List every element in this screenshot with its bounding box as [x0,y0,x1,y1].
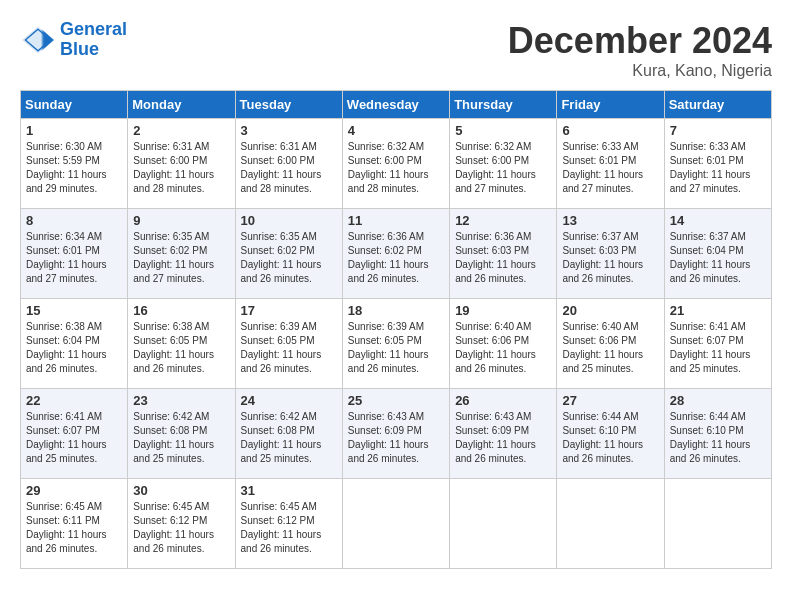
day-info: Sunrise: 6:45 AMSunset: 6:11 PMDaylight:… [26,500,122,556]
calendar-cell: 21Sunrise: 6:41 AMSunset: 6:07 PMDayligh… [664,299,771,389]
calendar-cell: 15Sunrise: 6:38 AMSunset: 6:04 PMDayligh… [21,299,128,389]
logo-line1: General [60,19,127,39]
header-wednesday: Wednesday [342,91,449,119]
calendar-cell [664,479,771,569]
calendar-cell: 6Sunrise: 6:33 AMSunset: 6:01 PMDaylight… [557,119,664,209]
day-info: Sunrise: 6:41 AMSunset: 6:07 PMDaylight:… [26,410,122,466]
day-info: Sunrise: 6:45 AMSunset: 6:12 PMDaylight:… [133,500,229,556]
logo-line2: Blue [60,39,99,59]
week-row-5: 29Sunrise: 6:45 AMSunset: 6:11 PMDayligh… [21,479,772,569]
day-info: Sunrise: 6:43 AMSunset: 6:09 PMDaylight:… [455,410,551,466]
day-info: Sunrise: 6:30 AMSunset: 5:59 PMDaylight:… [26,140,122,196]
day-number: 2 [133,123,229,138]
header-monday: Monday [128,91,235,119]
day-number: 30 [133,483,229,498]
day-number: 29 [26,483,122,498]
day-info: Sunrise: 6:41 AMSunset: 6:07 PMDaylight:… [670,320,766,376]
logo-text: General Blue [60,20,127,60]
week-row-1: 1Sunrise: 6:30 AMSunset: 5:59 PMDaylight… [21,119,772,209]
day-info: Sunrise: 6:36 AMSunset: 6:02 PMDaylight:… [348,230,444,286]
calendar-cell: 22Sunrise: 6:41 AMSunset: 6:07 PMDayligh… [21,389,128,479]
calendar-cell: 10Sunrise: 6:35 AMSunset: 6:02 PMDayligh… [235,209,342,299]
day-number: 16 [133,303,229,318]
day-number: 24 [241,393,337,408]
day-info: Sunrise: 6:42 AMSunset: 6:08 PMDaylight:… [133,410,229,466]
day-number: 11 [348,213,444,228]
calendar-header-row: SundayMondayTuesdayWednesdayThursdayFrid… [21,91,772,119]
day-info: Sunrise: 6:39 AMSunset: 6:05 PMDaylight:… [348,320,444,376]
day-info: Sunrise: 6:37 AMSunset: 6:03 PMDaylight:… [562,230,658,286]
calendar-cell: 26Sunrise: 6:43 AMSunset: 6:09 PMDayligh… [450,389,557,479]
calendar-cell: 23Sunrise: 6:42 AMSunset: 6:08 PMDayligh… [128,389,235,479]
calendar-cell: 14Sunrise: 6:37 AMSunset: 6:04 PMDayligh… [664,209,771,299]
calendar-cell: 20Sunrise: 6:40 AMSunset: 6:06 PMDayligh… [557,299,664,389]
calendar-cell [557,479,664,569]
calendar-cell: 16Sunrise: 6:38 AMSunset: 6:05 PMDayligh… [128,299,235,389]
day-number: 9 [133,213,229,228]
day-number: 1 [26,123,122,138]
calendar-cell: 11Sunrise: 6:36 AMSunset: 6:02 PMDayligh… [342,209,449,299]
calendar-cell: 12Sunrise: 6:36 AMSunset: 6:03 PMDayligh… [450,209,557,299]
calendar-cell: 8Sunrise: 6:34 AMSunset: 6:01 PMDaylight… [21,209,128,299]
calendar-title: December 2024 [508,20,772,62]
calendar-cell: 19Sunrise: 6:40 AMSunset: 6:06 PMDayligh… [450,299,557,389]
day-info: Sunrise: 6:34 AMSunset: 6:01 PMDaylight:… [26,230,122,286]
day-info: Sunrise: 6:35 AMSunset: 6:02 PMDaylight:… [133,230,229,286]
calendar-subtitle: Kura, Kano, Nigeria [508,62,772,80]
week-row-4: 22Sunrise: 6:41 AMSunset: 6:07 PMDayligh… [21,389,772,479]
day-info: Sunrise: 6:38 AMSunset: 6:04 PMDaylight:… [26,320,122,376]
calendar-cell: 9Sunrise: 6:35 AMSunset: 6:02 PMDaylight… [128,209,235,299]
calendar-cell: 1Sunrise: 6:30 AMSunset: 5:59 PMDaylight… [21,119,128,209]
calendar-cell: 31Sunrise: 6:45 AMSunset: 6:12 PMDayligh… [235,479,342,569]
calendar-cell [342,479,449,569]
logo-icon [20,22,56,58]
day-number: 25 [348,393,444,408]
day-info: Sunrise: 6:42 AMSunset: 6:08 PMDaylight:… [241,410,337,466]
day-info: Sunrise: 6:45 AMSunset: 6:12 PMDaylight:… [241,500,337,556]
day-number: 13 [562,213,658,228]
logo: General Blue [20,20,127,60]
calendar-cell: 13Sunrise: 6:37 AMSunset: 6:03 PMDayligh… [557,209,664,299]
day-number: 15 [26,303,122,318]
day-info: Sunrise: 6:33 AMSunset: 6:01 PMDaylight:… [670,140,766,196]
day-number: 23 [133,393,229,408]
day-number: 20 [562,303,658,318]
day-info: Sunrise: 6:35 AMSunset: 6:02 PMDaylight:… [241,230,337,286]
day-number: 7 [670,123,766,138]
day-number: 4 [348,123,444,138]
day-number: 31 [241,483,337,498]
day-info: Sunrise: 6:38 AMSunset: 6:05 PMDaylight:… [133,320,229,376]
day-info: Sunrise: 6:36 AMSunset: 6:03 PMDaylight:… [455,230,551,286]
day-info: Sunrise: 6:44 AMSunset: 6:10 PMDaylight:… [562,410,658,466]
header-thursday: Thursday [450,91,557,119]
day-info: Sunrise: 6:32 AMSunset: 6:00 PMDaylight:… [348,140,444,196]
day-info: Sunrise: 6:40 AMSunset: 6:06 PMDaylight:… [455,320,551,376]
day-number: 26 [455,393,551,408]
calendar-cell: 3Sunrise: 6:31 AMSunset: 6:00 PMDaylight… [235,119,342,209]
calendar-cell: 17Sunrise: 6:39 AMSunset: 6:05 PMDayligh… [235,299,342,389]
day-info: Sunrise: 6:32 AMSunset: 6:00 PMDaylight:… [455,140,551,196]
day-number: 22 [26,393,122,408]
day-info: Sunrise: 6:33 AMSunset: 6:01 PMDaylight:… [562,140,658,196]
day-info: Sunrise: 6:43 AMSunset: 6:09 PMDaylight:… [348,410,444,466]
calendar-cell: 29Sunrise: 6:45 AMSunset: 6:11 PMDayligh… [21,479,128,569]
calendar-cell [450,479,557,569]
title-area: December 2024 Kura, Kano, Nigeria [508,20,772,80]
header-sunday: Sunday [21,91,128,119]
week-row-2: 8Sunrise: 6:34 AMSunset: 6:01 PMDaylight… [21,209,772,299]
day-number: 18 [348,303,444,318]
calendar-cell: 30Sunrise: 6:45 AMSunset: 6:12 PMDayligh… [128,479,235,569]
day-info: Sunrise: 6:31 AMSunset: 6:00 PMDaylight:… [133,140,229,196]
day-number: 19 [455,303,551,318]
day-info: Sunrise: 6:31 AMSunset: 6:00 PMDaylight:… [241,140,337,196]
day-number: 3 [241,123,337,138]
calendar-cell: 5Sunrise: 6:32 AMSunset: 6:00 PMDaylight… [450,119,557,209]
calendar-cell: 18Sunrise: 6:39 AMSunset: 6:05 PMDayligh… [342,299,449,389]
day-number: 12 [455,213,551,228]
day-number: 14 [670,213,766,228]
day-info: Sunrise: 6:44 AMSunset: 6:10 PMDaylight:… [670,410,766,466]
day-info: Sunrise: 6:39 AMSunset: 6:05 PMDaylight:… [241,320,337,376]
header-friday: Friday [557,91,664,119]
day-number: 21 [670,303,766,318]
calendar-cell: 27Sunrise: 6:44 AMSunset: 6:10 PMDayligh… [557,389,664,479]
